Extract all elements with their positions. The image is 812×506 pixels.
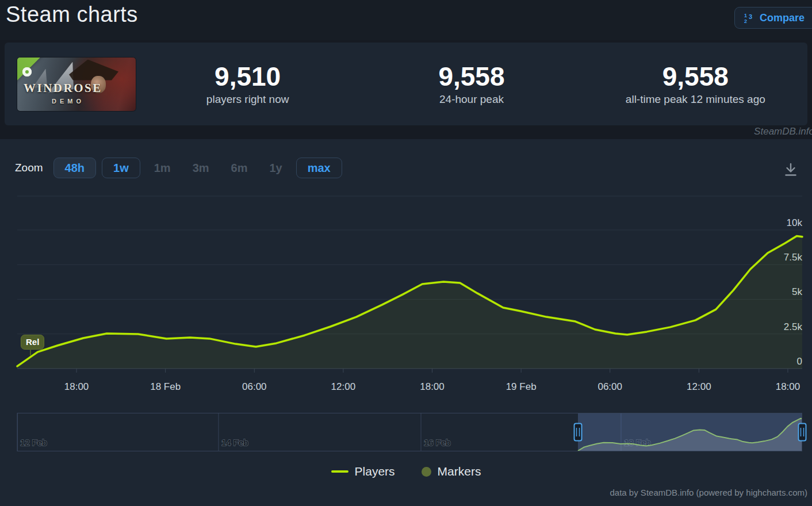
compare-123-icon: 1 2 3 [744, 12, 754, 24]
stat-value: 9,510 [136, 62, 359, 91]
navigator-day-label: 12 Feb [20, 438, 47, 447]
navigator-right-handle[interactable] [799, 424, 806, 441]
y-axis-tick-label: 10k [787, 217, 803, 228]
download-button[interactable] [781, 160, 800, 179]
page-header: Steam charts 1 2 3 Compare [0, 0, 812, 40]
x-axis-tick-label: 12:00 [687, 381, 711, 392]
players-area-fill [17, 236, 802, 369]
legend-label: Markers [438, 465, 481, 478]
x-axis-tick-label: 18:00 [64, 381, 89, 392]
x-axis-tick-label: 18 Feb [150, 381, 181, 392]
x-axis-tick-label: 19 Feb [506, 381, 537, 392]
stat-label: players right now [136, 93, 359, 106]
x-axis-tick-label: 18:00 [776, 381, 800, 392]
navigator-selected-range[interactable] [578, 413, 802, 451]
game-title: WINDROSE [24, 81, 102, 95]
chart-panel: Zoom 48h1w1m3m6m1ymax 10k7.5k5k2.5k018:0… [0, 139, 812, 506]
stat-alltime-peak: 9,558 all-time peak 12 minutes ago [584, 62, 807, 106]
zoom-button-max[interactable]: max [296, 158, 342, 178]
players-line [17, 236, 802, 366]
x-axis-tick-label: 12:00 [331, 381, 356, 392]
svg-text:2: 2 [744, 18, 747, 24]
zoom-controls: 48h1w1m3m6m1ymax [53, 158, 342, 178]
stat-value: 9,558 [584, 62, 807, 91]
y-axis-tick-label: 5k [792, 286, 802, 297]
y-axis-tick-label: 7.5k [784, 252, 803, 263]
y-axis-tick-label: 2.5k [784, 321, 803, 332]
download-icon [783, 162, 799, 178]
navigator-line [578, 419, 802, 451]
compare-label: Compare [760, 12, 805, 24]
demo-disc-icon [22, 67, 32, 76]
stats-panel: WINDROSE DEMO 9,510 players right now 9,… [5, 43, 807, 125]
navigator-day-label: 14 Feb [221, 438, 248, 447]
x-axis-tick-label: 06:00 [242, 381, 267, 392]
players-chart: 10k7.5k5k2.5k018:0018 Feb06:0012:0018:00… [0, 139, 812, 506]
watermark-row: SteamDB.info [0, 125, 812, 139]
x-axis-tick-label: 06:00 [597, 381, 622, 392]
zoom-button-6m: 6m [223, 158, 256, 178]
zoom-button-1w[interactable]: 1w [102, 158, 140, 178]
navigator-outline [18, 413, 802, 451]
navigator-left-handle[interactable] [574, 424, 582, 441]
game-subtitle: DEMO [52, 98, 85, 105]
stat-value: 9,558 [359, 62, 583, 91]
legend-item-players[interactable]: Players [331, 465, 395, 478]
compare-button[interactable]: 1 2 3 Compare [734, 7, 812, 29]
svg-text:3: 3 [749, 13, 752, 20]
zoom-button-48h[interactable]: 48h [53, 158, 96, 178]
stat-current-players: 9,510 players right now [136, 62, 359, 106]
legend-line-swatch [331, 470, 348, 473]
steamdb-watermark: SteamDB.info [754, 126, 812, 137]
game-capsule[interactable]: WINDROSE DEMO [17, 57, 136, 111]
legend-circle-swatch [422, 467, 431, 477]
zoom-label: Zoom [15, 162, 43, 174]
stat-label: all-time peak 12 minutes ago [584, 93, 807, 106]
page-title: Steam charts [6, 2, 138, 27]
stat-24h-peak: 9,558 24-hour peak [359, 62, 583, 106]
release-marker-badge[interactable]: Rel [21, 335, 44, 350]
navigator-area-fill [578, 419, 802, 451]
chart-legend: PlayersMarkers [0, 465, 812, 478]
zoom-row: Zoom 48h1w1m3m6m1ymax [15, 158, 342, 178]
stat-label: 24-hour peak [359, 93, 583, 106]
legend-item-markers[interactable]: Markers [422, 465, 481, 478]
legend-label: Players [355, 465, 395, 478]
y-axis-tick-label: 0 [797, 356, 802, 367]
navigator-day-label: 18 Feb [624, 438, 651, 447]
zoom-button-3m: 3m [185, 158, 217, 178]
chart-credits[interactable]: data by SteamDB.info (powered by highcha… [610, 488, 808, 497]
x-axis-tick-label: 18:00 [420, 381, 445, 392]
zoom-button-1m: 1m [146, 158, 179, 178]
svg-text:1: 1 [744, 13, 747, 18]
zoom-button-1y: 1y [261, 158, 290, 178]
navigator-day-label: 16 Feb [424, 438, 451, 447]
